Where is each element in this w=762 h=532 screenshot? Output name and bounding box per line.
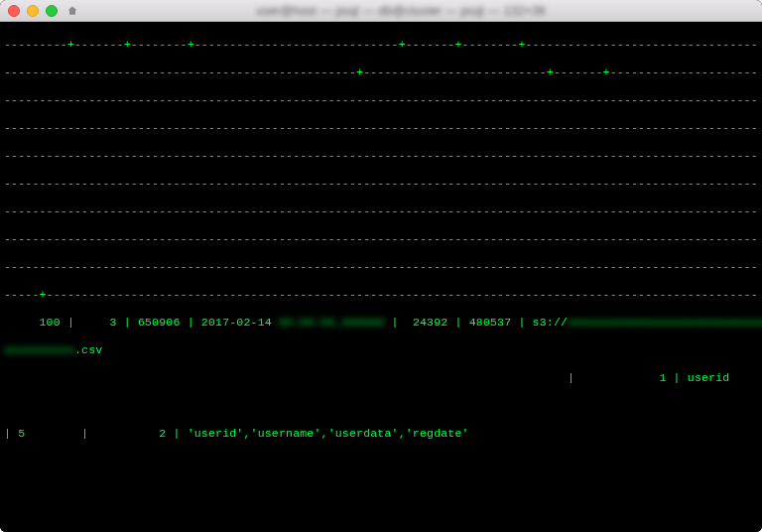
table-divider: -----+----------------------------------…: [4, 288, 758, 302]
table-divider: ----------------------------------------…: [4, 66, 758, 79]
table-divider: ----------------------------------------…: [4, 93, 758, 107]
redacted-s3-path: xxxxxxxxxxxxxxxxxxxxxxxxxxxxxxxxxxxxxxxx…: [568, 316, 762, 329]
table-row: | char: [4, 399, 758, 413]
table-divider: ----------------------------------------…: [4, 121, 758, 135]
table-divider: ----------------------------------------…: [4, 149, 758, 163]
close-icon[interactable]: [8, 5, 20, 17]
cell-value: 100 | 3 | 650906 | 2017-02-14: [4, 316, 279, 329]
terminal-window: user@host — psql — db@cluster — psql — 1…: [0, 0, 762, 532]
table-divider: ---------+-------+--------+-------------…: [4, 38, 758, 52]
table-row: | 1 | userid: [4, 371, 758, 385]
terminal-body[interactable]: ---------+-------+--------+-------------…: [0, 22, 762, 532]
table-divider: ----------------------------------------…: [4, 204, 758, 218]
redacted-timestamp: XX:XX:XX.XXXXXX: [279, 316, 385, 329]
redacted-filename: xxxxxxxxxx: [4, 343, 74, 356]
table-row: | 5 | 2 | 'userid','username','userdata'…: [4, 427, 758, 441]
table-divider: ----------------------------------------…: [4, 232, 758, 246]
cell-value: | 24392 | 480537 | s3://: [384, 316, 568, 329]
table-row: 100 | 3 | 650906 | 2017-02-14 XX:XX:XX.X…: [4, 316, 758, 330]
cell-value: .csv: [74, 343, 102, 356]
minimize-icon[interactable]: [27, 5, 39, 17]
table-divider: ----------------------------------------…: [4, 260, 758, 274]
table-divider: ----------------------------------------…: [4, 177, 758, 191]
window-title: user@host — psql — db@cluster — psql — 1…: [48, 4, 754, 18]
window-titlebar: user@host — psql — db@cluster — psql — 1…: [0, 0, 762, 22]
table-row: xxxxxxxxxx.csv: [4, 343, 758, 357]
